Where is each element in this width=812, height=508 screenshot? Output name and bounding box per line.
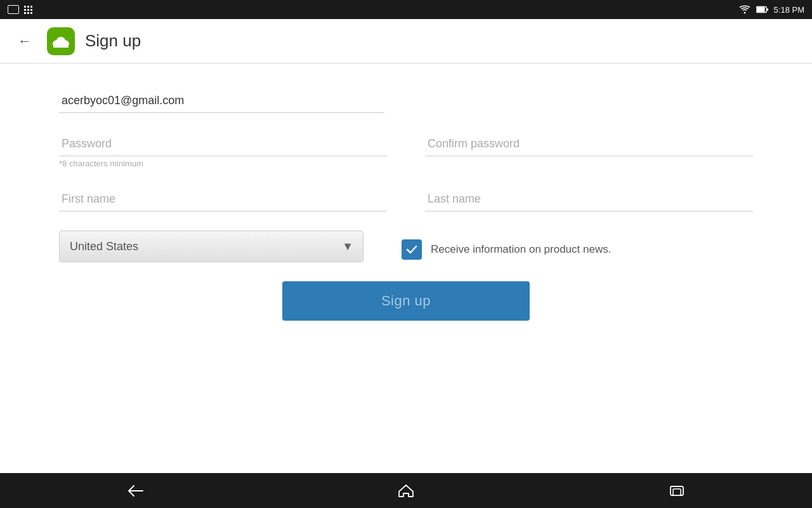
svg-rect-3 bbox=[766, 8, 768, 11]
app-title: Sign up bbox=[85, 31, 141, 51]
svg-rect-2 bbox=[756, 7, 764, 11]
first-name-group bbox=[59, 187, 387, 211]
newsletter-label: Receive information on product news. bbox=[431, 243, 611, 256]
email-row bbox=[59, 89, 753, 113]
app-logo bbox=[47, 27, 75, 55]
newsletter-row: Receive information on product news. bbox=[402, 233, 611, 260]
password-group: *8 characters minimum bbox=[59, 132, 387, 168]
form-content: *8 characters minimum United States Cana… bbox=[0, 64, 812, 346]
grid-icon bbox=[24, 6, 32, 14]
country-select[interactable]: United States Canada United Kingdom Aust… bbox=[59, 231, 363, 262]
status-bar-right: 5:18 PM bbox=[738, 5, 804, 15]
confirm-password-input[interactable] bbox=[425, 132, 753, 156]
password-hint: *8 characters minimum bbox=[59, 159, 387, 168]
confirm-password-group bbox=[425, 132, 753, 168]
nav-bar bbox=[0, 473, 812, 508]
wifi-icon bbox=[738, 5, 751, 14]
battery-icon bbox=[756, 6, 769, 13]
nav-back-icon bbox=[126, 483, 144, 498]
back-button[interactable]: ← bbox=[13, 30, 37, 52]
signup-btn-row: Sign up bbox=[59, 281, 753, 321]
password-input[interactable] bbox=[59, 132, 387, 156]
status-time: 5:18 PM bbox=[774, 5, 804, 15]
svg-point-0 bbox=[743, 12, 745, 14]
logo-icon bbox=[51, 31, 71, 51]
country-select-wrapper: United States Canada United Kingdom Aust… bbox=[59, 231, 363, 262]
svg-rect-7 bbox=[53, 43, 69, 48]
nav-back-button[interactable] bbox=[114, 478, 157, 504]
email-input[interactable] bbox=[59, 89, 384, 113]
name-row bbox=[59, 187, 753, 211]
bottom-row: United States Canada United Kingdom Aust… bbox=[59, 231, 753, 262]
nav-recent-button[interactable] bbox=[655, 478, 698, 504]
checkmark-icon bbox=[405, 243, 418, 256]
newsletter-checkbox[interactable] bbox=[402, 239, 422, 260]
password-row: *8 characters minimum bbox=[59, 132, 753, 168]
nav-home-button[interactable] bbox=[384, 478, 428, 504]
status-bar-left bbox=[8, 5, 32, 14]
app-bar: ← Sign up bbox=[0, 19, 812, 64]
last-name-input[interactable] bbox=[425, 187, 753, 211]
nav-recent-icon bbox=[668, 483, 686, 498]
svg-rect-9 bbox=[673, 489, 681, 495]
status-bar: 5:18 PM bbox=[0, 0, 812, 19]
first-name-input[interactable] bbox=[59, 187, 387, 211]
screen-icon bbox=[8, 5, 19, 14]
nav-home-icon bbox=[397, 483, 415, 498]
signup-button[interactable]: Sign up bbox=[282, 281, 530, 321]
last-name-group bbox=[425, 187, 753, 211]
